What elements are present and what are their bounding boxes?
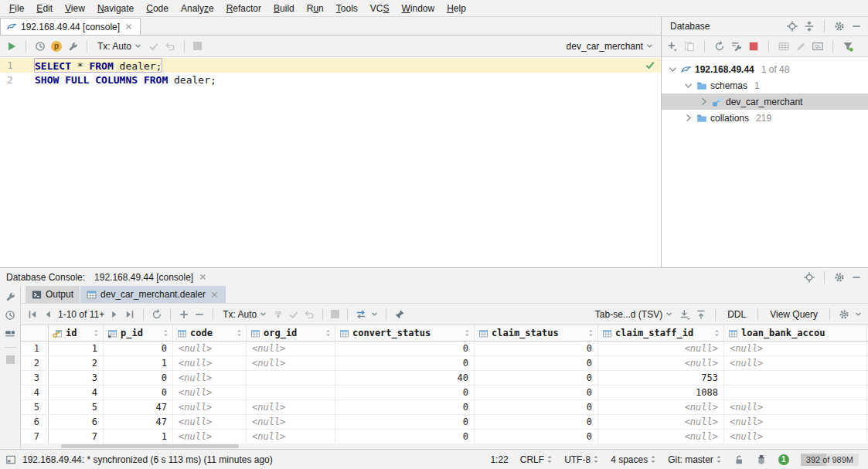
cell-convert_status[interactable]: 0 <box>335 356 475 370</box>
row-number[interactable]: 4 <box>21 386 49 399</box>
cell-loan_bank_accou[interactable]: <null> <box>724 415 867 429</box>
cell-claim_status[interactable]: 0 <box>475 400 598 414</box>
cell-loan_bank_accou[interactable] <box>724 371 867 385</box>
hide-panel-icon[interactable] <box>851 21 862 32</box>
menu-item-run[interactable]: Run <box>301 1 330 16</box>
cell-claim_staff_id[interactable]: <null> <box>598 356 724 370</box>
cell-code[interactable]: <null> <box>173 371 247 385</box>
cell-convert_status[interactable]: 0 <box>335 386 475 399</box>
cell-org_id[interactable] <box>247 386 335 399</box>
history-icon[interactable] <box>35 41 46 52</box>
code-line[interactable]: 1SELECT * FROM dealer; <box>0 58 661 73</box>
stop-button[interactable] <box>193 42 202 50</box>
hide-panel-icon[interactable] <box>851 272 862 283</box>
cell-claim_staff_id[interactable]: <null> <box>598 430 724 444</box>
cell-claim_status[interactable]: 0 <box>475 415 598 429</box>
editor-tab-console[interactable]: 192.168.49.44 [console] <box>0 18 141 35</box>
restore-layout-icon[interactable] <box>5 328 15 339</box>
tx-mode-selector[interactable]: Tx: Auto <box>221 308 268 321</box>
cell-claim_staff_id[interactable]: <null> <box>598 400 724 414</box>
cell-claim_staff_id[interactable]: <null> <box>598 342 724 355</box>
cell-claim_staff_id[interactable]: 753 <box>598 371 724 385</box>
menu-item-tools[interactable]: Tools <box>330 1 364 16</box>
cell-org_id[interactable]: <null> <box>247 430 335 444</box>
sort-arrows-icon[interactable] <box>237 328 242 338</box>
jump-to-console-icon[interactable]: QL <box>812 41 823 52</box>
encoding-selector[interactable]: UTF-8 <box>564 454 599 465</box>
sql-editor[interactable]: 1SELECT * FROM dealer;2SHOW FULL COLUMNS… <box>0 57 661 267</box>
menu-item-edit[interactable]: Edit <box>30 1 59 16</box>
compare-icon[interactable] <box>356 309 366 320</box>
view-query-button[interactable]: View Query <box>767 308 821 321</box>
menu-item-navigate[interactable]: Navigate <box>91 1 140 16</box>
result-tab-output[interactable]: Output <box>26 286 80 303</box>
row-number[interactable]: 6 <box>21 415 49 429</box>
cell-id[interactable]: 4 <box>49 386 104 399</box>
row-number[interactable]: 2 <box>21 356 49 370</box>
cell-claim_status[interactable]: 0 <box>475 342 598 355</box>
column-header-id[interactable]: id <box>49 325 104 341</box>
row-number[interactable]: 1 <box>21 342 49 355</box>
cell-org_id[interactable]: <null> <box>247 356 335 370</box>
pin-tab-icon[interactable] <box>394 309 405 320</box>
cell-id[interactable]: 3 <box>49 371 104 385</box>
sort-arrows-icon[interactable] <box>94 328 99 338</box>
chevron-down-icon[interactable] <box>668 64 678 74</box>
tree-item-schemas[interactable]: schemas1 <box>662 77 868 93</box>
cell-id[interactable]: 1 <box>49 342 104 355</box>
cell-org_id[interactable]: <null> <box>247 342 335 355</box>
column-header-org_id[interactable]: org_id <box>247 325 335 341</box>
cell-loan_bank_accou[interactable]: <null> <box>724 356 867 370</box>
row-number[interactable]: 3 <box>21 371 49 385</box>
cell-org_id[interactable]: <null> <box>247 415 335 429</box>
sort-arrows-icon[interactable] <box>588 328 594 338</box>
menu-item-view[interactable]: View <box>59 1 91 16</box>
menu-item-vcs[interactable]: VCS <box>364 1 396 16</box>
locate-icon[interactable] <box>787 21 798 32</box>
cell-loan_bank_accou[interactable]: <null> <box>724 400 867 414</box>
cell-convert_status[interactable]: 0 <box>335 342 475 355</box>
result-tab-dev-car-merchant-dealer[interactable]: dev_car_merchant.dealer <box>80 286 226 303</box>
sort-arrows-icon[interactable] <box>465 328 470 338</box>
cell-loan_bank_accou[interactable]: <null> <box>724 342 867 355</box>
tree-item-192-168-49-44[interactable]: 192.168.49.441 of 48 <box>662 61 868 77</box>
collapse-all-icon[interactable] <box>804 21 815 32</box>
menu-item-analyze[interactable]: Analyze <box>175 1 220 16</box>
menu-item-file[interactable]: File <box>3 1 30 16</box>
cell-claim_status[interactable]: 0 <box>475 356 598 370</box>
chevron-right-icon[interactable] <box>683 113 693 123</box>
cell-convert_status[interactable]: 0 <box>335 430 475 444</box>
column-header-claim_staff_id[interactable]: claim_staff_id <box>598 325 724 341</box>
row-number[interactable]: 5 <box>21 400 49 414</box>
memory-indicator[interactable]: 392 of 989M <box>801 454 859 466</box>
grid-settings-icon[interactable] <box>839 309 849 320</box>
disconnect-button[interactable] <box>748 41 759 52</box>
sort-arrows-icon[interactable] <box>714 328 720 338</box>
run-button[interactable] <box>6 41 17 52</box>
column-header-loan_bank_accou[interactable]: loan_bank_accou <box>724 325 867 341</box>
schema-selector[interactable]: dev_car_merchant <box>565 40 655 53</box>
menu-item-refactor[interactable]: Refactor <box>220 1 267 16</box>
console-panel-tab[interactable]: 192.168.49.44 [console] <box>90 270 213 284</box>
caret-position[interactable]: 1:22 <box>490 454 508 465</box>
reload-icon[interactable] <box>151 309 162 320</box>
cell-code[interactable]: <null> <box>173 356 247 370</box>
export-data-icon[interactable] <box>679 309 690 320</box>
unlock-icon[interactable] <box>734 454 744 465</box>
export-format-selector[interactable]: Tab-se...d (TSV) <box>594 308 674 321</box>
chevron-down-icon[interactable] <box>683 80 693 90</box>
horizontal-scrollbar[interactable] <box>21 444 868 449</box>
ddl-button[interactable]: DDL <box>724 308 749 321</box>
history-icon[interactable] <box>5 310 15 321</box>
column-header-code[interactable]: code <box>173 325 247 341</box>
tree-item-dev-car-merchant[interactable]: dev_car_merchant <box>662 93 868 110</box>
add-datasource-button[interactable] <box>667 41 678 52</box>
chevron-right-icon[interactable] <box>699 97 709 107</box>
previous-page-icon[interactable] <box>43 309 53 320</box>
hector-inspector-icon[interactable] <box>756 454 767 465</box>
settings-wrench-icon[interactable] <box>67 41 78 52</box>
column-header-p_id[interactable]: p_id <box>104 325 173 341</box>
cell-p_id[interactable]: 1 <box>104 356 173 370</box>
sort-arrows-icon[interactable] <box>163 328 168 338</box>
git-branch-selector[interactable]: Git: master <box>668 454 722 465</box>
